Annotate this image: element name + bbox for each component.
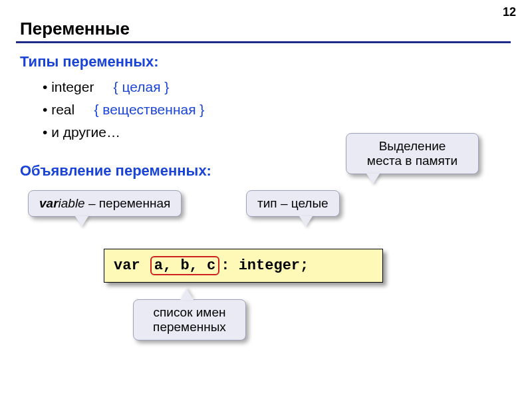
callout-variable: variable – переменная xyxy=(28,190,182,217)
callout-line: Выделение xyxy=(357,139,467,154)
callout-memory: Выделение места в памяти xyxy=(346,133,479,174)
code-declaration: var a, b, c: integer; xyxy=(104,249,383,283)
section-declaration-heading: Объявление переменных: xyxy=(20,162,211,180)
code-names-box: a, b, c xyxy=(150,256,219,275)
type-name: integer xyxy=(51,79,94,94)
callout-line: места в памяти xyxy=(357,154,467,168)
type-bullet-list: • integer { целая } • real { вещественна… xyxy=(43,76,204,144)
type-etc: и другие… xyxy=(51,124,120,140)
variable-prefix-bold: var xyxy=(39,196,59,210)
list-item: • integer { целая } xyxy=(43,76,204,98)
code-tail: : integer; xyxy=(221,257,309,274)
code-keyword: var xyxy=(114,257,149,274)
callout-line: список имен xyxy=(144,305,235,320)
type-name: real xyxy=(51,102,74,117)
list-item: • real { вещественная } xyxy=(43,98,204,121)
title-rule xyxy=(16,41,511,43)
type-comment: { вещественная } xyxy=(94,102,204,117)
section-types-heading: Типы переменных: xyxy=(20,53,159,70)
callout-line: переменных xyxy=(144,320,235,334)
callout-names: список имен переменных xyxy=(133,299,246,340)
slide-title: Переменные xyxy=(20,19,130,39)
callout-type-int: тип – целые xyxy=(246,190,340,217)
list-item: • и другие… xyxy=(43,121,204,144)
type-comment: { целая } xyxy=(114,79,170,94)
variable-dash: – переменная xyxy=(85,196,171,210)
page-number: 12 xyxy=(503,5,516,19)
variable-prefix-rest: iable xyxy=(59,196,85,210)
